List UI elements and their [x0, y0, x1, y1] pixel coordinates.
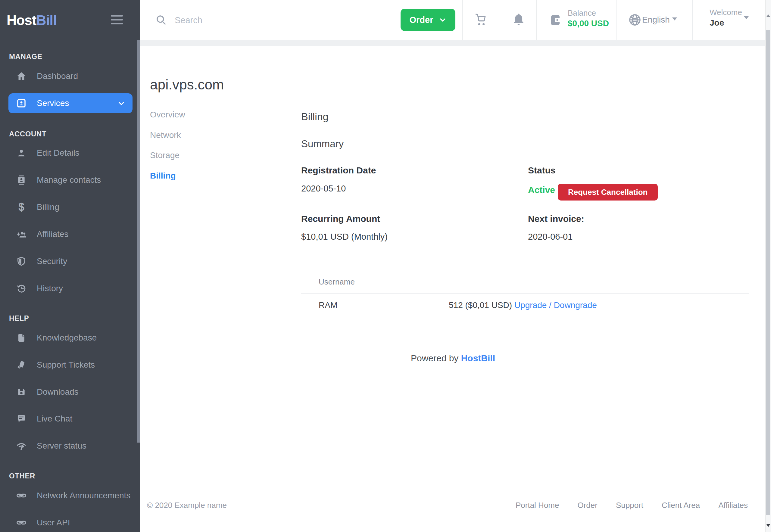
footer-link-affiliates[interactable]: Affiliates — [718, 501, 748, 510]
next-invoice-label: Next invoice: — [528, 214, 584, 224]
link-icon — [16, 490, 27, 501]
wifi-meter-icon — [16, 440, 27, 452]
page-scrollbar-thumb[interactable] — [766, 30, 770, 515]
header-divider — [462, 0, 463, 40]
sidebar-item-user-api[interactable]: User API — [8, 513, 132, 532]
summary-divider — [301, 160, 749, 160]
powered-by: Powered by HostBill — [140, 353, 766, 363]
copyright-text: © 2020 Example name — [147, 501, 227, 510]
sidebar-item-label: Dashboard — [37, 71, 78, 81]
page-title: api.vps.com — [150, 76, 224, 93]
footer-link-client-area[interactable]: Client Area — [662, 501, 700, 510]
scroll-down-icon[interactable] — [766, 524, 770, 527]
hostbill-logo[interactable]: HostBill — [7, 12, 57, 28]
header-divider — [500, 0, 500, 40]
sidebar-section-account: ACCOUNT — [9, 130, 46, 138]
order-button[interactable]: Order — [401, 9, 456, 31]
cart-icon[interactable] — [474, 13, 488, 28]
sidebar-item-label: Manage contacts — [37, 175, 101, 185]
summary-subheading: Summary — [301, 138, 343, 150]
sidebar-item-label: Server status — [37, 441, 86, 451]
next-invoice-value: 2020-06-01 — [528, 232, 573, 242]
ram-value: 512 ($0,01 USD) — [449, 300, 512, 310]
top-bar: Order Balance $0,00 USD English Welcome … — [140, 0, 766, 40]
tab-network[interactable]: Network — [150, 130, 181, 140]
logo-accent: Bill — [36, 12, 57, 28]
chevron-down-icon[interactable] — [744, 16, 749, 19]
powered-by-text: Powered by — [411, 353, 461, 363]
sidebar-item-label: Support Tickets — [37, 360, 95, 370]
page-scrollbar[interactable] — [765, 0, 771, 532]
table-divider — [301, 293, 749, 294]
powered-by-brand-link[interactable]: HostBill — [461, 353, 495, 363]
sidebar-item-manage-contacts[interactable]: Manage contacts — [8, 170, 132, 190]
sidebar-item-label: Affiliates — [37, 229, 68, 239]
upgrade-downgrade-link[interactable]: Upgrade / Downgrade — [515, 300, 597, 310]
language-selector[interactable]: English — [642, 15, 670, 25]
sidebar-item-label: Downloads — [37, 387, 79, 397]
tab-billing[interactable]: Billing — [150, 171, 176, 181]
sidebar-item-knowledgebase[interactable]: Knowledgebase — [8, 328, 132, 348]
history-icon — [16, 283, 27, 294]
dollar-icon: $ — [16, 201, 27, 213]
person-icon — [16, 147, 27, 159]
row-value-ram: 512 ($0,01 USD) Upgrade / Downgrade — [449, 300, 597, 310]
sidebar-item-billing[interactable]: $ Billing — [8, 197, 132, 217]
tab-overview[interactable]: Overview — [150, 110, 185, 120]
user-menu[interactable]: Joe — [710, 18, 724, 28]
bell-icon[interactable] — [512, 12, 526, 27]
sidebar: HostBill MANAGE Dashboard Services ACCOU… — [0, 0, 140, 532]
status-label: Status — [528, 165, 556, 176]
tab-storage[interactable]: Storage — [150, 151, 179, 160]
sidebar-item-services[interactable]: Services — [8, 93, 132, 113]
order-button-label: Order — [410, 15, 434, 25]
wallet-icon — [549, 13, 563, 28]
recurring-amount-value: $10,01 USD (Monthly) — [301, 232, 388, 242]
sidebar-item-affiliates[interactable]: Affiliates — [8, 224, 132, 244]
scroll-up-icon[interactable] — [766, 14, 770, 17]
sidebar-item-server-status[interactable]: Server status — [8, 436, 132, 456]
welcome-label: Welcome — [710, 8, 742, 17]
sidebar-item-dashboard[interactable]: Dashboard — [8, 66, 132, 86]
chevron-down-icon — [117, 99, 125, 107]
search-icon — [155, 14, 167, 27]
sidebar-item-live-chat[interactable]: Live Chat — [8, 409, 132, 429]
balance-label: Balance — [568, 8, 596, 18]
registration-date-value: 2020-05-10 — [301, 184, 346, 194]
sidebar-section-manage: MANAGE — [9, 52, 42, 61]
chevron-down-icon — [439, 16, 446, 23]
tickets-icon — [16, 359, 27, 371]
status-badge: Active — [528, 185, 555, 195]
sidebar-item-label: Billing — [37, 202, 59, 212]
chevron-down-icon[interactable] — [672, 17, 677, 20]
sidebar-item-downloads[interactable]: Downloads — [8, 382, 132, 402]
sidebar-item-support-tickets[interactable]: Support Tickets — [8, 355, 132, 375]
billing-heading: Billing — [301, 111, 328, 123]
document-icon — [16, 332, 27, 344]
logo-primary: Host — [7, 12, 36, 28]
table-header-username: Username — [319, 277, 355, 287]
sidebar-item-label: Live Chat — [37, 414, 72, 424]
id-card-icon — [16, 98, 27, 109]
sidebar-item-network-announcements[interactable]: Network Announcements — [8, 486, 132, 506]
sidebar-item-label: Services — [37, 98, 69, 108]
header-divider — [616, 0, 617, 40]
footer-link-order[interactable]: Order — [577, 501, 597, 510]
search-input[interactable] — [174, 11, 344, 29]
sidebar-item-label: Network Announcements — [37, 491, 130, 500]
contact-card-icon — [16, 174, 27, 186]
content-card: api.vps.com Overview Network Storage Bil… — [140, 46, 766, 532]
hamburger-icon[interactable] — [111, 15, 123, 25]
sidebar-item-security[interactable]: Security — [8, 251, 132, 271]
globe-icon — [628, 13, 642, 28]
sidebar-item-edit-details[interactable]: Edit Details — [8, 143, 132, 163]
registration-date-label: Registration Date — [301, 165, 376, 176]
footer-link-portal-home[interactable]: Portal Home — [516, 501, 559, 510]
header-divider — [692, 0, 693, 40]
link-icon — [16, 517, 27, 528]
sidebar-item-label: Knowledgebase — [37, 333, 97, 343]
request-cancellation-button[interactable]: Request Cancellation — [558, 184, 658, 201]
sidebar-scrollbar-thumb[interactable] — [137, 40, 140, 443]
footer-link-support[interactable]: Support — [616, 501, 643, 510]
sidebar-item-history[interactable]: History — [8, 278, 132, 298]
